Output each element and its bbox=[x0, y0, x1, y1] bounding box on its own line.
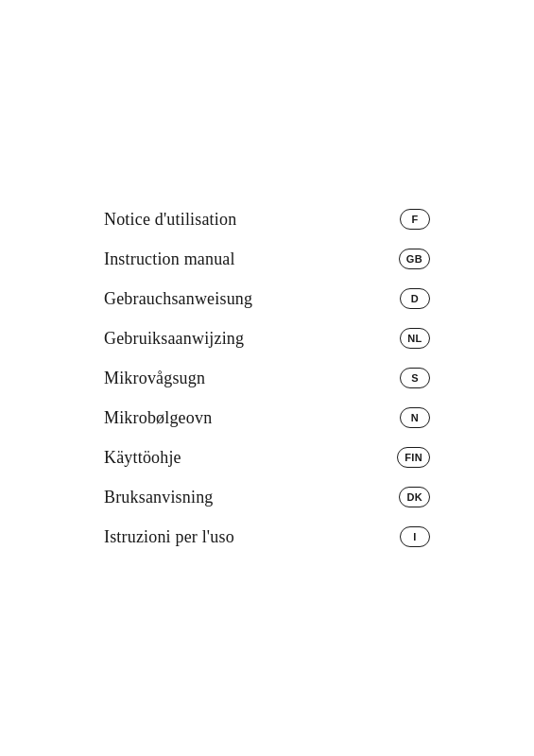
menu-label: Notice d'utilisation bbox=[104, 210, 236, 230]
menu-label: Bruksanvisning bbox=[104, 488, 214, 507]
menu-item[interactable]: Notice d'utilisationF bbox=[104, 199, 430, 239]
page: Notice d'utilisationFInstruction manualG… bbox=[0, 0, 534, 756]
menu-badge: F bbox=[400, 209, 430, 230]
menu-badge: NL bbox=[400, 328, 430, 349]
menu-label: Käyttöohje bbox=[104, 448, 181, 468]
menu-badge: S bbox=[400, 368, 430, 388]
menu-item[interactable]: Instruction manualGB bbox=[104, 239, 430, 279]
menu-badge: GB bbox=[399, 249, 430, 269]
menu-badge: FIN bbox=[397, 447, 430, 468]
menu-item[interactable]: GebrauchsanweisungD bbox=[104, 279, 430, 318]
menu-label: Gebruiksaanwijzing bbox=[104, 329, 244, 349]
menu-item[interactable]: KäyttöohjeFIN bbox=[104, 438, 430, 477]
menu-list: Notice d'utilisationFInstruction manualG… bbox=[104, 199, 430, 557]
menu-badge: D bbox=[400, 288, 430, 309]
menu-badge: I bbox=[400, 526, 430, 547]
menu-label: Istruzioni per l'uso bbox=[104, 527, 234, 547]
menu-item[interactable]: Istruzioni per l'usoI bbox=[104, 517, 430, 557]
menu-item[interactable]: GebruiksaanwijzingNL bbox=[104, 318, 430, 358]
menu-label: Mikrovågsugn bbox=[104, 369, 205, 388]
menu-label: Mikrobølgeovn bbox=[104, 408, 212, 428]
menu-item[interactable]: BruksanvisningDK bbox=[104, 477, 430, 517]
menu-label: Instruction manual bbox=[104, 249, 235, 269]
menu-label: Gebrauchsanweisung bbox=[104, 289, 252, 309]
menu-item[interactable]: MikrobølgeovnN bbox=[104, 398, 430, 438]
menu-badge: N bbox=[400, 407, 430, 428]
menu-item[interactable]: MikrovågsugnS bbox=[104, 358, 430, 398]
menu-badge: DK bbox=[399, 487, 430, 507]
